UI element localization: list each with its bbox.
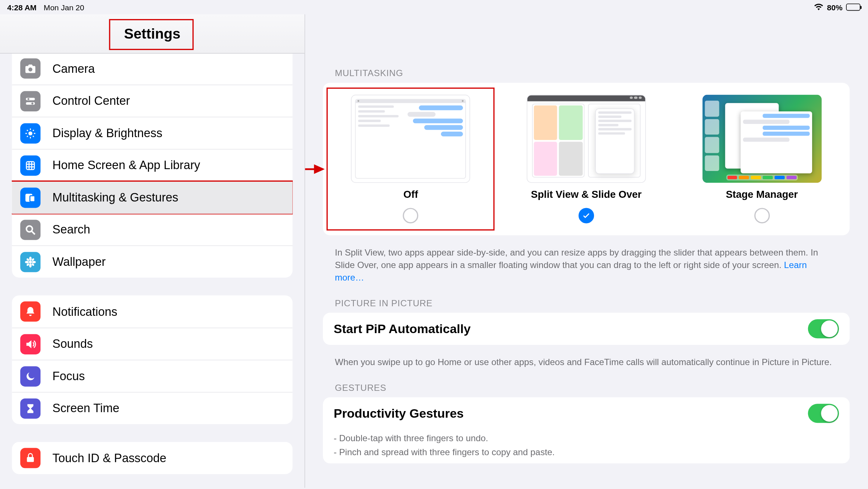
sidebar-item-label: Screen Time <box>53 401 120 415</box>
status-date: Mon Jan 20 <box>44 3 84 11</box>
svg-point-25 <box>25 261 29 263</box>
moon-icon <box>20 366 40 386</box>
sidebar-item-focus[interactable]: Focus <box>12 360 292 392</box>
option-preview <box>527 95 646 183</box>
sidebar-item-label: Sounds <box>53 337 93 351</box>
pip-row-label: Start PiP Automatically <box>334 322 470 336</box>
pip-row[interactable]: Start PiP Automatically <box>323 313 850 345</box>
sidebar-item-label: Wallpaper <box>53 255 106 268</box>
sidebar-item-notifications[interactable]: Notifications <box>12 296 292 328</box>
svg-point-2 <box>28 98 29 100</box>
sidebar-item-label: Home Screen & App Library <box>53 158 200 172</box>
sidebar-item-camera[interactable]: Camera <box>12 54 292 85</box>
sidebar-item-screen-time[interactable]: Screen Time <box>12 392 292 424</box>
sidebar-item-label: Focus <box>53 369 85 383</box>
svg-point-20 <box>26 226 32 232</box>
multitask-icon <box>20 187 40 207</box>
multitasking-footer-text: In Split View, two apps appear side-by-s… <box>323 240 850 298</box>
svg-line-10 <box>33 136 34 137</box>
speaker-icon <box>20 334 40 354</box>
sidebar-item-display[interactable]: Display & Brightness <box>12 117 292 149</box>
svg-point-30 <box>26 263 30 266</box>
svg-point-3 <box>31 102 33 104</box>
radio-indicator <box>579 208 594 223</box>
sidebar-header: Settings <box>0 14 305 54</box>
gestures-toggle[interactable] <box>808 404 839 423</box>
svg-line-12 <box>27 136 28 137</box>
svg-line-9 <box>27 130 28 131</box>
gestures-section-header: GESTURES <box>323 382 850 397</box>
multitasking-options-card: Off <box>323 83 850 235</box>
radio-indicator <box>403 208 419 223</box>
option-preview <box>702 95 821 183</box>
svg-point-23 <box>29 256 32 260</box>
sidebar-item-touch-id[interactable]: Touch ID & Passcode <box>12 442 292 474</box>
svg-point-24 <box>29 263 32 267</box>
option-label: Split View & Slide Over <box>531 189 642 201</box>
svg-point-29 <box>31 257 35 261</box>
sidebar-item-label: Touch ID & Passcode <box>53 451 167 465</box>
svg-rect-1 <box>26 102 35 104</box>
camera-icon <box>20 58 40 79</box>
gestures-card: Productivity Gestures - Double-tap with … <box>323 397 850 464</box>
battery-percent: 80% <box>827 3 843 11</box>
sidebar-item-sounds[interactable]: Sounds <box>12 328 292 360</box>
svg-rect-0 <box>26 97 35 100</box>
brightness-icon <box>20 123 40 143</box>
search-icon <box>20 219 40 240</box>
pip-toggle[interactable] <box>808 319 839 338</box>
sidebar-item-label: Display & Brightness <box>53 126 163 140</box>
sidebar-item-label: Notifications <box>53 305 117 318</box>
hourglass-icon <box>20 398 40 418</box>
bell-icon <box>20 301 40 322</box>
sidebar-group-security: Touch ID & Passcode <box>12 442 292 474</box>
wifi-icon <box>814 4 823 11</box>
svg-point-26 <box>32 261 36 263</box>
svg-rect-13 <box>26 161 35 169</box>
page-title: Settings <box>124 25 180 42</box>
sidebar-item-label: Control Center <box>53 94 130 108</box>
status-time: 4:28 AM <box>7 3 36 11</box>
toggles-icon <box>20 91 40 111</box>
option-label: Off <box>403 189 418 201</box>
sidebar-item-label: Camera <box>53 62 95 75</box>
option-label: Stage Manager <box>726 189 798 201</box>
pip-footer-text: When you swipe up to go Home or use othe… <box>323 350 850 382</box>
svg-rect-31 <box>27 457 34 462</box>
status-bar: 4:28 AM Mon Jan 20 80% <box>0 0 868 14</box>
sidebar-group-notifications: Notifications Sounds Focus Screen Time <box>12 296 292 424</box>
svg-point-27 <box>26 257 30 261</box>
battery-icon <box>846 4 860 11</box>
svg-line-11 <box>33 130 34 131</box>
svg-line-21 <box>32 231 35 234</box>
settings-sidebar: Settings Camera Control Center Display <box>0 14 305 488</box>
sidebar-item-label: Search <box>53 223 90 236</box>
footer-body: In Split View, two apps appear side-by-s… <box>335 247 818 270</box>
svg-point-4 <box>28 131 32 135</box>
gestures-row[interactable]: Productivity Gestures <box>323 397 850 429</box>
radio-indicator <box>754 208 769 223</box>
sidebar-item-label: Multitasking & Gestures <box>53 190 178 204</box>
pip-section-header: PICTURE IN PICTURE <box>323 298 850 313</box>
sidebar-item-multitasking[interactable]: Multitasking & Gestures <box>12 181 292 213</box>
multitasking-option-off[interactable]: Off <box>330 91 491 227</box>
svg-rect-18 <box>26 194 32 201</box>
pip-card: Start PiP Automatically <box>323 313 850 345</box>
gestures-bullets: - Double-tap with three fingers to undo.… <box>323 429 850 458</box>
option-preview <box>351 95 470 183</box>
multitasking-option-split[interactable]: Split View & Slide Over <box>506 91 666 227</box>
sidebar-item-search[interactable]: Search <box>12 213 292 245</box>
detail-panel: MULTITASKING <box>305 14 867 488</box>
svg-point-22 <box>29 260 32 263</box>
gestures-row-label: Productivity Gestures <box>334 406 464 421</box>
homegrid-icon <box>20 155 40 175</box>
multitasking-section-header: MULTITASKING <box>323 68 850 83</box>
sidebar-item-wallpaper[interactable]: Wallpaper <box>12 245 292 277</box>
svg-rect-19 <box>30 196 35 201</box>
multitasking-option-stage[interactable]: Stage Manager <box>682 91 842 227</box>
sidebar-item-home-screen[interactable]: Home Screen & App Library <box>12 149 292 181</box>
flower-icon <box>20 251 40 272</box>
lock-icon <box>20 448 40 468</box>
sidebar-group-display: Camera Control Center Display & Brightne… <box>12 54 292 278</box>
sidebar-item-control-center[interactable]: Control Center <box>12 85 292 117</box>
